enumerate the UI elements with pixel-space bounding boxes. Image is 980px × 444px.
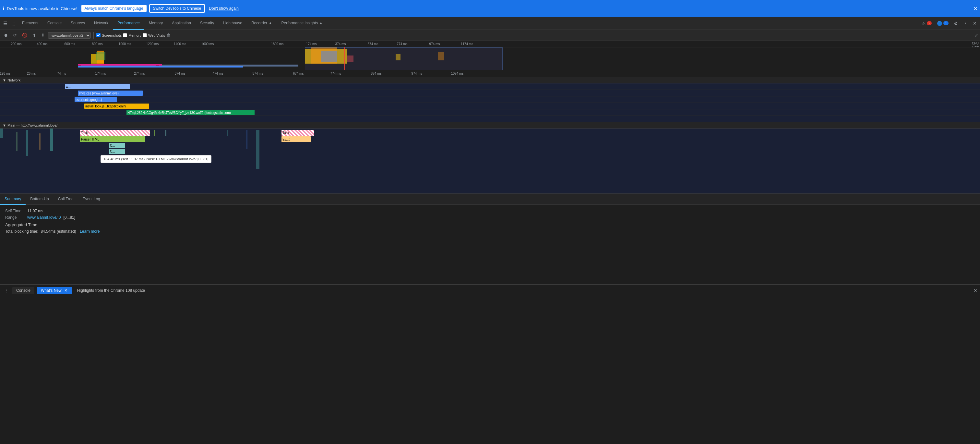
c-bar-1[interactable]: C... xyxy=(109,143,125,148)
vertical-marker-2 xyxy=(408,47,408,70)
screenshots-checkbox-label[interactable]: Screenshots xyxy=(96,33,122,37)
clear-button[interactable]: 🚫 xyxy=(20,32,29,38)
blocking-time-row: Total blocking time: 84.54ms (estimated)… xyxy=(5,229,975,234)
status-text: Highlights from the Chrome 108 update xyxy=(77,288,145,293)
parse-html-tooltip: 134.48 ms (self 11.07 ms) Parse HTML - w… xyxy=(100,155,212,163)
info-bar-close-button[interactable]: ✕ xyxy=(973,5,977,12)
main-activity-svg xyxy=(0,129,980,193)
close-devtools-button[interactable]: ✕ xyxy=(971,19,979,27)
fc-tick-74: 74 ms xyxy=(57,72,66,75)
inspect-element-button[interactable]: ⬚ xyxy=(10,19,18,27)
fc-tick-neg26: -26 ms xyxy=(26,72,36,75)
main-section-label: Main — http://www.alanmf.love/ xyxy=(8,123,57,127)
overview-canvas-area xyxy=(0,47,980,70)
memory-checkbox-label[interactable]: Memory xyxy=(123,33,142,37)
selection-region[interactable] xyxy=(305,47,503,70)
range-link[interactable]: www.alanmf.love/:0 xyxy=(27,215,60,220)
fc-tick-874: 874 ms xyxy=(371,72,382,75)
tab-security[interactable]: Security xyxy=(196,17,219,30)
bottom-tab-bottom-up[interactable]: Bottom-Up xyxy=(25,194,53,205)
errors-badge-button[interactable]: ⚠ 2 xyxy=(920,19,934,27)
svg-rect-22 xyxy=(256,130,259,169)
always-match-button[interactable]: Always match Chrome's language xyxy=(81,5,146,12)
blocking-label: Total blocking time: xyxy=(5,229,38,234)
reload-button[interactable]: ⟳ xyxy=(11,32,19,38)
ruler-tick-374: 374 ms xyxy=(335,42,346,46)
network-bar-w[interactable]: w... xyxy=(65,84,130,89)
tab-lighthouse[interactable]: Lighthouse xyxy=(219,17,247,30)
settings-button[interactable]: ⚙ xyxy=(952,19,960,27)
download-button[interactable]: ⬇ xyxy=(39,32,47,38)
screenshots-checkbox[interactable] xyxy=(96,33,100,37)
pink-bar-cpu xyxy=(78,64,162,65)
console-tab[interactable]: Console xyxy=(12,287,34,294)
ruler-tick-174: 174 ms xyxy=(306,42,317,46)
network-section-arrow: ▼ xyxy=(3,78,6,82)
tab-network[interactable]: Network xyxy=(89,17,113,30)
svg-rect-14 xyxy=(16,132,18,151)
whats-new-tab[interactable]: What's New ✕ xyxy=(37,287,72,294)
task-bar-1[interactable]: Task xyxy=(80,130,150,136)
network-section-header[interactable]: ▼ Network xyxy=(0,77,980,83)
svg-rect-20 xyxy=(227,130,228,136)
tab-application[interactable]: Application xyxy=(167,17,196,30)
self-time-row: Self Time 11.07 ms xyxy=(5,209,975,213)
ev-bar[interactable]: Ev...t xyxy=(282,136,311,142)
task-bar-2[interactable]: Task xyxy=(282,130,314,136)
network-row-2: style.css (www.alanmf.love) xyxy=(0,90,980,96)
network-bar-installhook[interactable]: installHook.js...fkapdkoienihi xyxy=(84,104,149,109)
tab-memory[interactable]: Memory xyxy=(144,17,167,30)
network-bar-woff2[interactable]: HTxqL289NzCGg4MzN6KJ7eW6CYyF_jzx13€.woff… xyxy=(126,110,255,115)
c-bar-2[interactable]: C... xyxy=(109,149,125,154)
status-menu-button[interactable]: ⋮ xyxy=(3,287,10,294)
network-bar-style-css[interactable]: style.css (www.alanmf.love) xyxy=(78,91,143,96)
bottom-tab-summary[interactable]: Summary xyxy=(0,194,25,205)
main-section-header[interactable]: ▼ Main — http://www.alanmf.love/ xyxy=(0,122,980,129)
ruler-tick-974: 974 ms xyxy=(430,42,440,46)
network-row-dots: ··· xyxy=(0,116,980,122)
devtools-menu-button[interactable]: ☰ xyxy=(1,19,10,27)
tab-performance[interactable]: Performance xyxy=(113,17,144,30)
upload-button[interactable]: ⬆ xyxy=(30,32,38,38)
flamechart-area: ▼ Network w... style.css (www.alanmf.lov… xyxy=(0,77,980,193)
bottom-panel: Summary Bottom-Up Call Tree Event Log Se… xyxy=(0,193,980,284)
expand-button[interactable]: ⤢ xyxy=(975,33,978,38)
ruler-tick-1800: 1800 ms xyxy=(271,42,283,46)
url-select[interactable]: www.alanmf.love #2 xyxy=(48,32,91,38)
learn-more-link[interactable]: Learn more xyxy=(80,229,100,234)
more-button[interactable]: ⋮ xyxy=(961,19,970,27)
web-vitals-checkbox[interactable] xyxy=(143,33,147,37)
svg-rect-3 xyxy=(95,52,105,61)
status-bar-close-button[interactable]: ✕ xyxy=(974,288,977,293)
tab-performance-insights[interactable]: Performance insights ▲ xyxy=(277,17,328,30)
bottom-tab-event-log[interactable]: Event Log xyxy=(78,194,105,205)
fc-tick-674: 674 ms xyxy=(293,72,304,75)
blue-bar-network xyxy=(78,66,243,67)
tab-sources[interactable]: Sources xyxy=(66,17,89,30)
bottom-content: Self Time 11.07 ms Range www.alanmf.love… xyxy=(0,205,980,284)
tab-elements[interactable]: Elements xyxy=(18,17,43,30)
ruler-tick-200: 200 ms xyxy=(11,42,22,46)
tab-recorder[interactable]: Recorder ▲ xyxy=(247,17,277,30)
ruler-tick-400: 400 ms xyxy=(37,42,48,46)
web-vitals-checkbox-label[interactable]: Web Vitals xyxy=(143,33,165,37)
dont-show-again-button[interactable]: Don't show again xyxy=(209,6,239,11)
svg-rect-15 xyxy=(26,130,28,156)
network-bar-css-fonts[interactable]: css (fonts.googl...) xyxy=(75,97,117,102)
record-button[interactable]: ⏺ xyxy=(2,32,10,38)
fc-tick-774: 774 ms xyxy=(331,72,341,75)
whats-new-close-button[interactable]: ✕ xyxy=(64,288,68,293)
whats-new-label: What's New xyxy=(41,288,62,293)
switch-devtools-button[interactable]: Switch DevTools to Chinese xyxy=(149,4,205,13)
memory-checkbox[interactable] xyxy=(123,33,127,37)
range-row: Range www.alanmf.love/:0 [0...81] xyxy=(5,215,975,220)
bottom-tab-call-tree[interactable]: Call Tree xyxy=(54,194,78,205)
clear-recordings-button[interactable]: 🗑 xyxy=(166,33,170,38)
fc-tick-374: 374 ms xyxy=(175,72,186,75)
parse-html-bar[interactable]: Parse HTML xyxy=(80,136,145,142)
self-time-value: 11.07 ms xyxy=(27,209,43,213)
tab-console[interactable]: Console xyxy=(43,17,66,30)
network-row-4: installHook.js...fkapdkoienihi xyxy=(0,103,980,109)
warnings-badge-button[interactable]: 🔵 1 xyxy=(935,19,950,27)
ruler-tick-600: 600 ms xyxy=(65,42,75,46)
